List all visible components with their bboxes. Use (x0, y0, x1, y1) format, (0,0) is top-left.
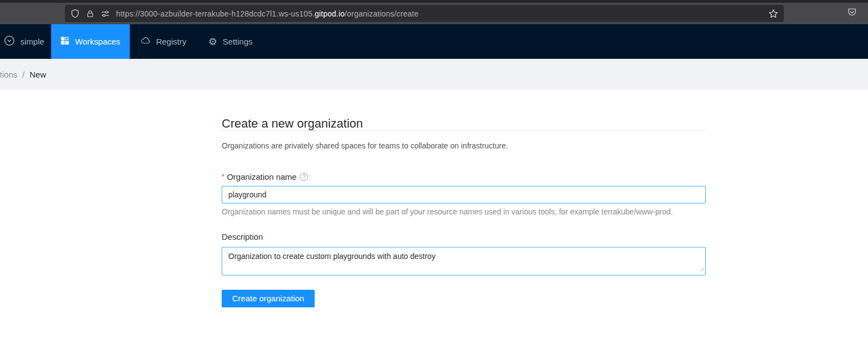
lock-icon[interactable] (86, 9, 95, 18)
app-window: https://3000-azbuilder-terrakube-h128dcd… (0, 0, 868, 353)
nav-tab-registry[interactable]: Registry (130, 24, 197, 59)
nav-tab-label: Workspaces (75, 37, 120, 46)
breadcrumb-current: New (30, 70, 46, 79)
gear-icon: ⚙ (208, 37, 217, 47)
org-selector-label: simple (20, 37, 44, 46)
nav-tab-settings[interactable]: ⚙ Settings (197, 24, 263, 59)
nav-tab-workspaces[interactable]: Workspaces (51, 24, 129, 59)
url-text[interactable]: https://3000-azbuilder-terrakube-h128dcd… (116, 9, 419, 18)
window-top-edge (0, 0, 868, 3)
organization-name-label: Organization name (227, 172, 296, 181)
help-question-icon[interactable]: ? (300, 173, 308, 181)
tracking-shield-icon[interactable] (70, 9, 80, 18)
permissions-sliders-icon[interactable] (101, 9, 110, 18)
nav-tab-label: Registry (156, 37, 186, 46)
down-circle-icon (4, 35, 15, 48)
pocket-icon[interactable] (847, 7, 857, 17)
description-textarea-wrap: Organization to create custom playground… (222, 247, 706, 275)
organization-name-input[interactable] (222, 186, 706, 203)
breadcrumb-separator: / (23, 70, 25, 79)
url-domain: gitpod.io (315, 9, 345, 18)
nav-tab-label: Settings (223, 37, 252, 46)
breadcrumb: Organizations / New (0, 59, 868, 90)
appstore-grid-icon (61, 36, 69, 47)
page-title: Create a new organization (222, 117, 706, 131)
description-label: Description (222, 232, 706, 243)
url-bar[interactable]: https://3000-azbuilder-terrakube-h128dcd… (65, 5, 784, 22)
url-path: /organizations/create (345, 9, 419, 18)
create-organization-form: Create a new organization Organizations … (222, 117, 706, 307)
browser-toolbar: https://3000-azbuilder-terrakube-h128dcd… (0, 0, 868, 24)
url-prefix: https://3000-azbuilder-terrakube-h128dcd… (116, 9, 315, 18)
page-content: Create a new organization Organizations … (0, 90, 868, 353)
form-subtitle: Organizations are privately shared space… (222, 141, 706, 151)
create-organization-button[interactable]: Create organization (222, 290, 315, 307)
organization-name-label-row: * Organization name ? (222, 171, 706, 182)
bookmark-star-icon[interactable] (768, 9, 778, 19)
organization-name-hint: Organization names must be unique and wi… (222, 206, 706, 217)
required-asterisk: * (222, 172, 224, 181)
resize-grip-icon[interactable] (699, 264, 705, 274)
main-navbar: simple Workspaces Registry ⚙ Settings (0, 24, 868, 59)
cloud-icon (141, 36, 151, 47)
description-textarea[interactable]: Organization to create custom playground… (222, 247, 706, 275)
breadcrumb-root[interactable]: Organizations (0, 70, 18, 79)
org-selector[interactable]: simple (0, 24, 51, 59)
